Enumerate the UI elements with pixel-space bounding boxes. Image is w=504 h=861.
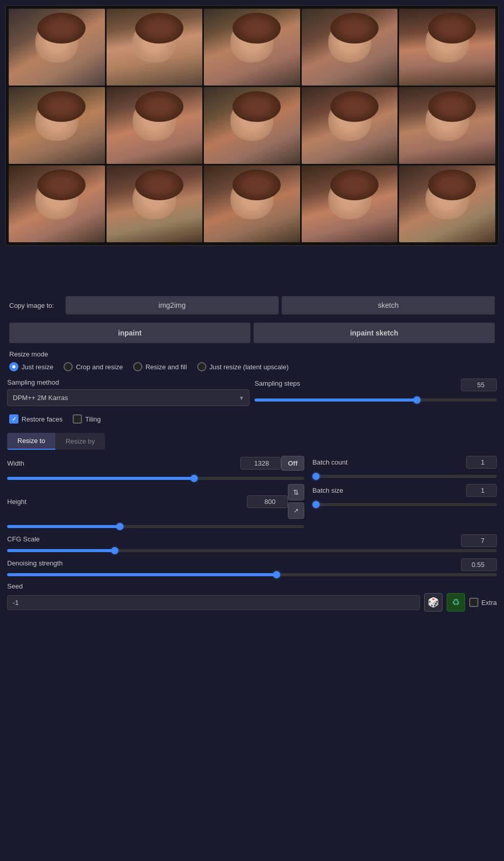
tiling-checkbox-item[interactable]: Tiling (73, 414, 101, 424)
radio-latent-label: Just resize (latent upscale) (209, 363, 289, 371)
width-slider-track[interactable] (7, 477, 304, 480)
seed-label: Seed (7, 582, 497, 590)
resize-mode-label: Resize mode (7, 350, 497, 358)
seed-recycle-button[interactable]: ♻ (447, 593, 465, 612)
cfg-scale-slider-track[interactable] (7, 549, 497, 552)
height-slider-fill (7, 525, 120, 528)
batch-count-input[interactable] (466, 456, 497, 469)
cfg-scale-input[interactable] (461, 534, 497, 547)
cfg-scale-slider-fill (7, 549, 115, 552)
width-slider[interactable] (7, 475, 304, 480)
sampling-method-select[interactable]: DPM++ 2M Karras (7, 389, 249, 406)
seed-section: 🎲 ♻ Extra (7, 593, 497, 612)
grid-cell-12 (204, 165, 300, 242)
grid-cell-5 (9, 87, 105, 164)
resize-to-tab[interactable]: Resize to (7, 433, 55, 450)
radio-crop-resize[interactable] (64, 362, 73, 371)
copy-buttons-row1: img2img sketch (66, 296, 495, 314)
resize-mode-crop-and-resize[interactable]: Crop and resize (64, 362, 123, 371)
batch-size-row: Batch size (312, 484, 497, 506)
denoising-strength-slider-thumb[interactable] (273, 571, 280, 578)
extra-checkbox-item[interactable]: Extra (469, 598, 497, 607)
width-input[interactable] (240, 457, 281, 470)
batch-size-input[interactable] (466, 484, 497, 497)
cfg-scale-slider-thumb[interactable] (111, 547, 118, 554)
tiling-checkbox[interactable] (73, 414, 82, 424)
copy-buttons-row2: inpaint inpaint sketch (7, 323, 497, 343)
seed-row: Seed 🎲 ♻ Extra (7, 582, 497, 612)
denoising-strength-header: Denoising strength (7, 558, 497, 571)
radio-resize-fill[interactable] (133, 362, 142, 371)
height-input[interactable] (247, 495, 288, 508)
sampling-steps-input[interactable] (461, 379, 497, 391)
img2img-button[interactable]: img2img (66, 296, 279, 314)
extra-checkbox[interactable] (469, 598, 478, 607)
batch-count-label: Batch count (312, 458, 466, 466)
grid-cell-7 (204, 87, 300, 164)
swap-dimensions-button[interactable]: ⇅ (288, 484, 304, 500)
copy-image-section: Copy image to: img2img sketch (7, 293, 497, 318)
batch-count-slider[interactable] (312, 473, 497, 478)
denoising-strength-row: Denoising strength (7, 558, 497, 576)
width-label: Width (7, 459, 240, 467)
resize-mode-latent-upscale[interactable]: Just resize (latent upscale) (197, 362, 289, 371)
off-button[interactable]: Off (281, 456, 304, 471)
cfg-scale-slider[interactable] (7, 549, 497, 552)
sampling-method-wrapper: DPM++ 2M Karras ▼ (7, 389, 249, 406)
batch-size-slider-track[interactable] (312, 503, 497, 506)
restore-faces-checkbox[interactable] (9, 414, 18, 424)
grid-cell-2 (204, 9, 300, 86)
steps-slider-thumb[interactable] (413, 396, 421, 404)
batch-size-slider[interactable] (312, 501, 497, 506)
sketch-button[interactable]: sketch (282, 296, 495, 314)
seed-dice-button[interactable]: 🎲 (424, 593, 443, 612)
cfg-scale-label: CFG Scale (7, 535, 40, 543)
resize-by-tab[interactable]: Resize by (55, 433, 105, 450)
steps-slider-track[interactable] (255, 398, 497, 402)
copy-image-label: Copy image to: (9, 302, 60, 309)
grid-cell-13 (302, 165, 398, 242)
lock-ratio-button[interactable]: ↗ (288, 502, 304, 519)
height-slider-thumb[interactable] (116, 523, 123, 530)
inpaint-button[interactable]: inpaint (9, 323, 250, 343)
resize-tabs: Resize to Resize by (7, 433, 497, 450)
sampling-steps-label: Sampling steps (255, 380, 300, 387)
width-slider-fill (7, 477, 194, 480)
resize-mode-resize-and-fill[interactable]: Resize and fill (133, 362, 187, 371)
tiling-label: Tiling (85, 415, 101, 423)
batch-size-slider-thumb[interactable] (312, 501, 320, 508)
wh-grid-right: Batch count Batch size (312, 456, 497, 528)
radio-just-resize-label: Just resize (22, 363, 53, 371)
radio-resize-fill-label: Resize and fill (145, 363, 187, 371)
sampling-steps-slider[interactable] (255, 396, 497, 402)
sampling-steps-col: Sampling steps (255, 379, 497, 402)
main-container: Copy image to: img2img sketch inpaint in… (0, 0, 504, 625)
grid-cell-11 (107, 165, 203, 242)
batch-count-header: Batch count (312, 456, 497, 469)
grid-cell-8 (302, 87, 398, 164)
denoising-strength-slider-track[interactable] (7, 573, 497, 576)
steps-slider-fill (255, 398, 417, 402)
radio-crop-resize-label: Crop and resize (76, 363, 123, 371)
height-row-header: Height ⇅ ↗ (7, 484, 304, 519)
inpaint-sketch-button[interactable]: inpaint sketch (254, 323, 495, 343)
batch-count-slider-track[interactable] (312, 475, 497, 478)
grid-cell-3 (302, 9, 398, 86)
width-row: Width Off (7, 456, 304, 480)
grid-cell-9 (399, 87, 495, 164)
restore-faces-checkbox-item[interactable]: Restore faces (9, 414, 62, 424)
height-slider[interactable] (7, 523, 304, 528)
height-label: Height (7, 498, 247, 506)
grid-cell-10 (9, 165, 105, 242)
denoising-strength-input[interactable] (461, 558, 497, 571)
denoising-strength-slider[interactable] (7, 573, 497, 576)
batch-count-slider-thumb[interactable] (312, 473, 320, 480)
resize-mode-just-resize[interactable]: Just resize (9, 362, 53, 371)
height-slider-track[interactable] (7, 525, 304, 528)
wh-side-icons: ⇅ ↗ (288, 484, 304, 519)
radio-latent[interactable] (197, 362, 206, 371)
width-slider-thumb[interactable] (191, 475, 198, 482)
grid-cell-1 (107, 9, 203, 86)
radio-just-resize[interactable] (9, 362, 18, 371)
seed-input[interactable] (7, 595, 420, 610)
